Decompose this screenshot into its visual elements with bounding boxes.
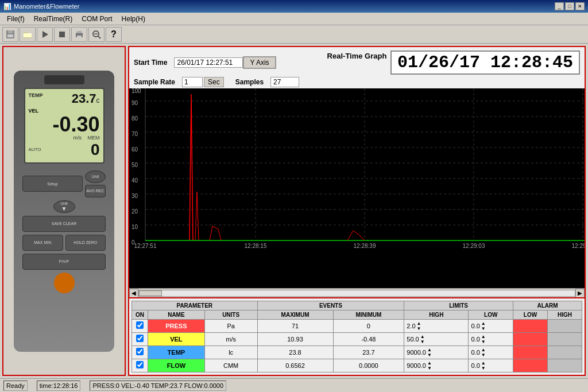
- row-limit-high-2[interactable]: 9000.0 ▲ ▼: [404, 346, 469, 359]
- svg-text:10: 10: [131, 224, 138, 230]
- alarm-high-1[interactable]: [548, 333, 582, 346]
- row-checkbox-0[interactable]: [132, 320, 148, 333]
- print-button[interactable]: [71, 27, 87, 42]
- limit-high-down-1[interactable]: ▼: [420, 339, 425, 344]
- menu-comport[interactable]: COM Port: [77, 14, 117, 24]
- row-limit-low-3[interactable]: 0.0 ▲ ▼: [469, 359, 513, 372]
- alarm-high-0[interactable]: [548, 320, 582, 333]
- menu-realtime[interactable]: RealTime(R): [29, 14, 78, 24]
- limit-low-down-1[interactable]: ▼: [481, 339, 486, 344]
- alarm-low-1[interactable]: [513, 333, 548, 346]
- svg-text:70: 70: [131, 131, 138, 137]
- y-axis-button[interactable]: Y Axis: [243, 56, 276, 69]
- avo-rec-button[interactable]: AVO REC: [85, 185, 106, 197]
- limit-low-down-0[interactable]: ▼: [481, 326, 486, 331]
- unit2-button[interactable]: Unit ▼: [53, 200, 75, 213]
- alarm-low-2[interactable]: [513, 346, 548, 359]
- samples-value: 27: [270, 77, 299, 87]
- col-low: LOW: [469, 311, 513, 320]
- play-button[interactable]: [37, 27, 53, 42]
- limit-high-down-0[interactable]: ▼: [417, 326, 421, 331]
- col-name: NAME: [148, 311, 205, 320]
- row-limit-low-1[interactable]: 0.0 ▲ ▼: [469, 333, 513, 346]
- sample-rate-input[interactable]: [182, 77, 203, 87]
- device-body: TEMP 23.7 c VEL -0.30 m/s MEM AU: [14, 71, 114, 352]
- clock-display: 01/26/17 12:28:45: [390, 51, 580, 75]
- pvf-button[interactable]: P/V/F: [22, 254, 106, 270]
- row-checkbox-2[interactable]: [132, 346, 148, 359]
- minimize-button[interactable]: _: [555, 2, 564, 10]
- row-max-0: 71: [257, 320, 333, 333]
- scroll-left-button[interactable]: ◀: [129, 289, 138, 298]
- time-status: time:12:28:16: [37, 381, 81, 391]
- limit-high-up-0[interactable]: ▲: [417, 321, 421, 326]
- sample-rate-label: Sample Rate: [134, 78, 175, 86]
- limit-high-up-2[interactable]: ▲: [427, 347, 432, 352]
- save-button[interactable]: [2, 27, 18, 42]
- alarm-low-0[interactable]: [513, 320, 548, 333]
- scroll-thumb[interactable]: [139, 290, 162, 296]
- limit-high-down-2[interactable]: ▼: [427, 352, 432, 358]
- auto-label: AUTO: [29, 147, 41, 152]
- limit-low-down-3[interactable]: ▼: [481, 366, 486, 371]
- max-min-button[interactable]: MAX MIN: [22, 235, 63, 251]
- svg-text:90: 90: [131, 100, 138, 106]
- checkbox-input-0[interactable]: [136, 321, 144, 329]
- limit-low-up-3[interactable]: ▲: [481, 360, 486, 366]
- limit-low-up-2[interactable]: ▲: [481, 347, 486, 352]
- limit-high-up-3[interactable]: ▲: [427, 360, 432, 366]
- maximize-button[interactable]: □: [565, 2, 574, 10]
- col-alarm-high: HIGH: [548, 311, 582, 320]
- row-limit-high-0[interactable]: 2.0 ▲ ▼: [404, 320, 469, 333]
- row-name-1: VEL: [148, 333, 205, 346]
- help-button[interactable]: ?: [106, 27, 122, 42]
- open-button[interactable]: [20, 27, 36, 42]
- status-bar: Ready time:12:28:16 PRESS:0 VEL:-0.40 TE…: [0, 378, 588, 392]
- svg-text:100: 100: [131, 88, 141, 94]
- close-button[interactable]: ✕: [575, 2, 585, 10]
- row-checkbox-1[interactable]: [132, 333, 148, 346]
- alarm-high-2[interactable]: [548, 346, 582, 359]
- limit-low-down-2[interactable]: ▼: [481, 352, 486, 358]
- hold-zero-button[interactable]: HOLD ZERO: [65, 235, 106, 251]
- svg-text:12:29:03: 12:29:03: [463, 243, 485, 249]
- limit-high-down-3[interactable]: ▼: [427, 366, 432, 371]
- scroll-track[interactable]: [138, 290, 575, 297]
- power-button[interactable]: [54, 273, 75, 293]
- setup-button[interactable]: Setup: [22, 176, 83, 192]
- limit-low-up-1[interactable]: ▲: [481, 334, 486, 339]
- vel-label: VEL: [29, 108, 39, 114]
- samples-label: Samples: [235, 78, 264, 86]
- row-limit-high-1[interactable]: 50.0 ▲ ▼: [404, 333, 469, 346]
- toolbar: ?: [0, 25, 588, 44]
- alarm-low-3[interactable]: [513, 359, 548, 372]
- row-checkbox-3[interactable]: [132, 359, 148, 372]
- events-header: EVENTS: [257, 301, 404, 311]
- checkbox-input-1[interactable]: [136, 335, 144, 342]
- checkbox-input-3[interactable]: [136, 361, 144, 368]
- svg-text:20: 20: [131, 208, 138, 215]
- row-name-3: FLOW: [148, 359, 205, 372]
- row-limit-high-3[interactable]: 9000.0 ▲ ▼: [404, 359, 469, 372]
- stop-button[interactable]: [54, 27, 70, 42]
- save-clear-button[interactable]: SAVE CLEAR: [22, 216, 106, 232]
- row-name-0: PRESS: [148, 320, 205, 333]
- svg-text:60: 60: [131, 146, 138, 153]
- app-title: Manometer&Flowmeter: [14, 3, 79, 10]
- menu-file[interactable]: File(f): [2, 14, 29, 24]
- zoom-out-button[interactable]: [88, 27, 105, 42]
- row-limit-low-2[interactable]: 0.0 ▲ ▼: [469, 346, 513, 359]
- limit-high-up-1[interactable]: ▲: [420, 334, 425, 339]
- graph-title: Real-Time Graph: [327, 52, 387, 60]
- graph-scrollbar: ◀ ▶: [129, 288, 585, 297]
- limit-low-up-0[interactable]: ▲: [481, 321, 486, 326]
- row-limit-low-0[interactable]: 0.0 ▲ ▼: [469, 320, 513, 333]
- ready-status: Ready: [3, 381, 28, 391]
- menu-help[interactable]: Help(H): [117, 14, 150, 24]
- unit-button[interactable]: Unit: [85, 170, 106, 183]
- row-units-1: m/s: [204, 333, 257, 346]
- checkbox-input-2[interactable]: [136, 348, 144, 355]
- scroll-right-button[interactable]: ▶: [575, 289, 585, 298]
- alarm-high-3[interactable]: [548, 359, 582, 372]
- limits-header: LIMITS: [404, 301, 513, 311]
